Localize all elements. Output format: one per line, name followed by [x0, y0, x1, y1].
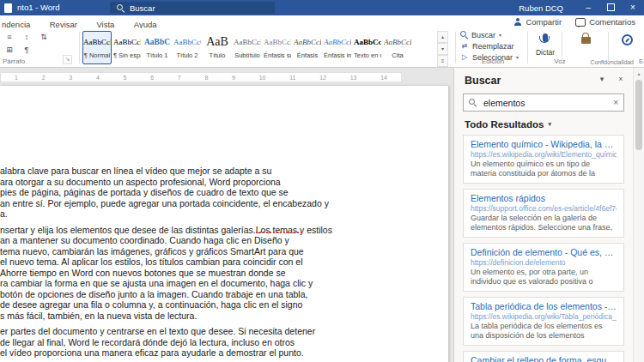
style-preview: AaBbCcDc — [113, 32, 141, 51]
result-url: https://es.wikipedia.org/wiki/Elemento_q… — [471, 150, 617, 160]
share-button[interactable]: Compartir — [513, 17, 562, 27]
style-label: Título 2 — [173, 51, 201, 60]
style-t-tulo[interactable]: AaBTítulo — [203, 31, 232, 64]
search-result-card[interactable]: Elemento químico - Wikipedia, la enciclo… — [463, 135, 624, 184]
style-label: ¶ Sin espa... — [113, 51, 141, 60]
result-title[interactable]: Tabla periódica de los elementos - Wikip… — [471, 301, 617, 312]
text-line: el nuevo tema. Al aplicar los estilos, l… — [0, 256, 405, 268]
sensitivity-lock-icon[interactable] — [581, 37, 591, 44]
result-url: https://es.wikipedia.org/wiki/Tabla_peri… — [471, 312, 617, 322]
text-line: er partes del documento y centrarse en e… — [0, 326, 405, 337]
style-t-tulo-2[interactable]: AaBbCcCTítulo 2 — [173, 31, 202, 64]
result-snippet: Guardar la selección en la galería de el… — [471, 214, 617, 232]
search-result-card[interactable]: Definición de elemento - Qué es, Signifi… — [463, 243, 624, 292]
search-result-card[interactable]: Tabla periódica de los elementos - Wikip… — [463, 297, 624, 346]
document-text[interactable]: alabra clave para buscar en línea el víd… — [0, 166, 405, 362]
style-preview: AaB — [204, 32, 231, 51]
find-button[interactable]: Buscar ▾ — [460, 30, 526, 39]
ruler-mark: 5 — [124, 75, 127, 81]
pane-close-icon[interactable]: × — [616, 75, 626, 83]
style-label: Énfasis — [294, 51, 321, 60]
line-spacing-icon[interactable]: ↕ — [21, 32, 33, 43]
style-preview: AaBbCcDc — [384, 32, 411, 51]
search-result-card[interactable]: Cambiar el relleno de forma, esquema a l… — [463, 351, 624, 362]
pane-menu-chevron-icon[interactable]: ▾ — [597, 75, 607, 83]
style-t-tulo-1[interactable]: AaBbCTítulo 1 — [143, 31, 172, 64]
style-label: Título 1 — [143, 51, 171, 60]
result-url: https://support.office.com/es-es/article… — [471, 204, 617, 214]
clear-search-icon[interactable]: × — [613, 98, 618, 107]
style--sin-espa-[interactable]: AaBbCcDc¶ Sin espa... — [112, 31, 142, 64]
pane-title: Buscar — [465, 75, 501, 87]
text-line: tema nuevo, cambiarán las imágenes, gráf… — [0, 246, 405, 257]
close-button[interactable]: × — [622, 0, 644, 15]
borders-icon[interactable]: ⊞ — [3, 45, 15, 56]
text-line: pies de página, páginas de portada y dis… — [0, 187, 405, 198]
voice-group: Dictar Voz — [531, 30, 560, 66]
style-texto-en-n-[interactable]: AaBbCcDtTexto en n... — [353, 31, 382, 64]
style-preview: AaBbCcDc — [83, 32, 111, 51]
ruler-mark: 11 — [289, 75, 295, 81]
editor-icon[interactable] — [622, 34, 633, 45]
gallery-up-icon[interactable]: ▴ — [437, 31, 448, 43]
titlebar-search[interactable]: Buscar — [110, 2, 275, 14]
chevron-down-icon: ▾ — [499, 32, 501, 38]
results-filter[interactable]: Todo Resultados ▾ — [465, 119, 624, 130]
pane-search-box[interactable]: × — [463, 94, 624, 112]
word-app-icon[interactable] — [4, 3, 12, 13]
styles-gallery: AaBbCcDc¶ NormalAaBbCcDc¶ Sin espa...AaB… — [82, 31, 436, 66]
style-label: ¶ Normal — [83, 51, 111, 60]
result-title[interactable]: Elementos rápidos — [471, 193, 617, 204]
sort-icon[interactable]: ⇅ — [38, 32, 50, 43]
editor-group: Editor — [611, 30, 642, 66]
result-title[interactable]: Definición de elemento - Qué es, Signifi… — [471, 247, 617, 258]
gallery-down-icon[interactable]: ▾ — [437, 43, 448, 55]
style-label: Subtítulo — [234, 51, 261, 60]
text-line: an entre sí. Por ejemplo, puede agregar … — [0, 198, 405, 209]
document-page[interactable]: alabra clave para buscar en línea el víd… — [0, 86, 448, 362]
minimize-button[interactable]: – — [577, 0, 599, 15]
pilcrow-icon[interactable]: ¶ — [21, 45, 33, 56]
search-result-card[interactable]: Elementos rápidoshttps://support.office.… — [463, 189, 624, 238]
restore-button[interactable] — [599, 0, 622, 15]
group-separator — [79, 32, 80, 63]
ruler[interactable]: 1234567891011121314 — [0, 72, 402, 82]
result-title[interactable]: Cambiar el relleno de forma, esquema a l… — [471, 355, 617, 362]
style--normal[interactable]: AaBbCcDc¶ Normal — [82, 31, 112, 64]
ruler-mark: 14 — [380, 75, 387, 81]
word-window: nto1 - Word Buscar Ruben DCQ – × ndencia… — [0, 0, 644, 362]
comments-label: Comentarios — [589, 17, 635, 27]
ruler-mark: 4 — [96, 75, 100, 81]
ruler-mark: 10 — [259, 75, 266, 81]
gallery-more-icon[interactable]: ≡ — [437, 55, 448, 67]
comments-button[interactable]: Comentarios — [575, 17, 635, 27]
style-preview: AaBbCcDt — [264, 32, 291, 51]
document-zone: 1234567891011121314 alabra clave para bu… — [0, 68, 453, 362]
style--nfasis-int-[interactable]: AaBbCcDtÉnfasis int... — [323, 31, 352, 64]
style-label: Énfasis int... — [324, 51, 351, 60]
search-icon — [117, 4, 125, 12]
dictate-button[interactable]: Dictar — [531, 48, 560, 57]
paragraph: nsertar y elija los elementos que desee … — [0, 225, 405, 322]
gallery-scroll: ▴ ▾ ≡ — [437, 31, 448, 64]
style-subt-tulo[interactable]: AaBbCcESubtítulo — [233, 31, 262, 64]
titlebar-search-label: Buscar — [130, 3, 155, 13]
share-label: Compartir — [526, 17, 562, 27]
result-title[interactable]: Elemento químico - Wikipedia, la enciclo… — [471, 139, 617, 150]
style--nfasis[interactable]: AaBbCcDtÉnfasis — [293, 31, 322, 64]
dialog-launcher-icon[interactable]: ↘ — [63, 55, 72, 64]
dictate-mic-icon[interactable] — [543, 33, 548, 42]
align-right-icon[interactable]: ≡ — [3, 32, 15, 43]
account-name[interactable]: Ruben DCQ — [519, 3, 563, 13]
style-cita[interactable]: AaBbCcDcCita — [383, 31, 412, 64]
sensitivity-group: Confidencialidad — [565, 30, 606, 66]
pane-scrollbar[interactable]: ▴ — [633, 68, 644, 362]
scrollbar-thumb[interactable] — [635, 80, 642, 150]
replace-button[interactable]: ⇄ Reemplazar — [460, 41, 526, 51]
pane-search-input[interactable] — [482, 97, 608, 109]
editor-group-label: Editor — [633, 57, 644, 65]
scrollbar-up-icon[interactable]: ▴ — [634, 70, 644, 76]
paragraph: er partes del documento y centrarse en e… — [0, 326, 405, 359]
group-separator — [455, 32, 456, 63]
style--nfasis-sutil[interactable]: AaBbCcDtÉnfasis sutil — [263, 31, 292, 64]
